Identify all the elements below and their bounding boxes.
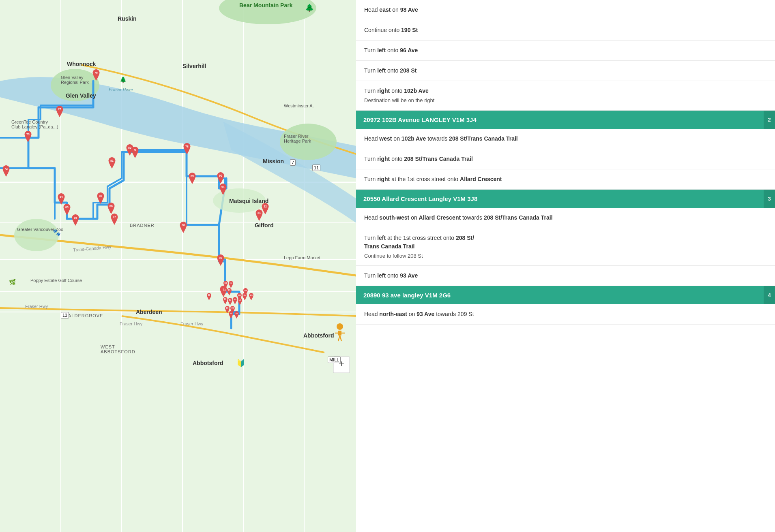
poppy-estate-icon: 🌿 [9,279,16,285]
hwy-mill-badge: MILL [328,357,341,363]
svg-text:105: 105 [250,294,253,296]
pin-105: 105 [248,293,255,303]
pin-87: 87 [110,214,119,226]
svg-text:107: 107 [235,312,238,314]
segment-badge-3: 3 [764,190,775,208]
pin-107: 107 [234,311,241,322]
svg-text:98: 98 [226,307,229,309]
step-note-2: Continue to follow 208 St [364,252,767,260]
svg-text:112: 112 [230,282,232,284]
svg-text:76: 76 [94,71,98,74]
svg-text:93: 93 [208,294,210,296]
svg-text:87: 87 [113,216,116,218]
step-turn-right-allard: Turn right at the 1st cross street onto … [356,169,775,190]
pin-85: 85 [71,214,80,227]
pin-72: 72 [2,165,11,178]
step-head-sw-allard: Head south-west on Allard Crescent towar… [356,208,775,228]
pin-9: 9 [131,147,140,160]
pin-88: 88 [179,222,188,235]
step-turn-left-208-trail: Turn left at the 1st cross street onto 2… [356,228,775,266]
segment-address-2: 20972 102B Avenue LANGLEY V1M 3J4 [363,116,477,123]
svg-text:75: 75 [58,108,61,111]
svg-text:72: 72 [4,167,8,170]
step-text: Continue onto 190 St [364,27,418,33]
svg-text:78: 78 [185,145,189,148]
svg-text:73: 73 [26,133,30,136]
pin-92: 92 [216,254,225,267]
glen-valley-park-icon: 🌲 [120,76,127,83]
step-turn-right-102b: Turn right onto 102b Ave Destination wil… [356,81,775,111]
svg-text:89: 89 [191,175,194,177]
step-turn-right-208-trail: Turn right onto 208 St/Trans Canada Trai… [356,149,775,169]
map: + Bear Mountain Park 🌲 Ruskin Silverhill… [0,0,356,532]
pin-82: 82 [96,192,105,205]
step-text: Turn left onto 96 Ave [364,47,418,53]
zoo-paw-icon: 🐾 [53,229,61,236]
bear-mountain-icon: 🌲 [305,3,314,12]
svg-text:104: 104 [244,289,247,291]
pin-89: 89 [188,173,197,186]
pin-78: 78 [182,143,191,156]
step-head-west-102b: Head west on 102b Ave towards 208 St/Tra… [356,129,775,149]
step-head-ne-93: Head north-east on 93 Ave towards 209 St [356,304,775,325]
pin-84: 84 [57,193,66,206]
directions-panel: Head east on 98 Ave Continue onto 190 St… [356,0,775,532]
segment-badge-4: 4 [764,286,775,304]
segment-header-2: 20972 102B Avenue LANGLEY V1M 3J4 2 [356,111,775,129]
step-note: Destination will be on the right [364,96,767,105]
svg-text:88: 88 [182,224,185,226]
svg-text:82: 82 [99,194,102,197]
pin-81: 81 [107,157,116,170]
step-turn-left-93: Turn left onto 93 Ave [356,266,775,286]
svg-text:90: 90 [219,174,222,177]
svg-text:96: 96 [224,298,227,300]
pin-73: 73 [24,131,32,144]
svg-text:85: 85 [74,216,77,219]
pin-112: 112 [228,281,235,291]
svg-text:102: 102 [238,294,241,296]
segment-address-3: 20550 Allard Crescent Langley V1M 3J8 [363,195,477,202]
svg-text:83: 83 [65,206,69,209]
abbotsford-icon: 🔰 [236,359,245,367]
step-text: Head east on 98 Ave [364,6,418,13]
svg-point-18 [337,323,343,330]
svg-point-13 [280,124,337,160]
svg-text:22: 22 [264,205,267,208]
svg-text:91: 91 [221,186,225,188]
svg-text:106: 106 [230,312,232,314]
svg-text:111: 111 [224,282,227,284]
segment-address-4: 20890 93 ave langley V1M 2G6 [363,292,451,299]
hwy-7-badge: 7 [290,159,296,166]
svg-point-14 [14,219,59,251]
pin-93: 93 [206,293,213,303]
segment-header-4: 20890 93 ave langley V1M 2G6 4 [356,286,775,304]
step-text: Turn left onto 208 St [364,67,416,74]
pin-91: 91 [219,184,228,197]
svg-text:84: 84 [60,195,63,198]
pin-75: 75 [55,106,64,119]
svg-text:21: 21 [258,212,261,214]
segment-badge-2: 2 [764,111,775,129]
hwy-11-badge: 11 [312,165,320,171]
svg-text:81: 81 [110,159,114,162]
pin-76: 76 [92,69,101,82]
step-continue-190: Continue onto 190 St [356,20,775,41]
step-turn-left-208: Turn left onto 208 St [356,61,775,81]
step-turn-left-96: Turn left onto 96 Ave [356,41,775,61]
step-text: Turn right onto 102b Ave [364,87,767,95]
segment-header-3: 20550 Allard Crescent Langley V1M 3J8 3 [356,190,775,208]
hwy-13-badge: 13 [61,312,69,318]
pin-22: 22 [261,203,270,216]
svg-text:86: 86 [109,205,113,207]
svg-text:97: 97 [229,299,232,301]
svg-text:92: 92 [219,256,222,259]
step-head-east: Head east on 98 Ave [356,0,775,20]
svg-text:9: 9 [134,148,136,152]
